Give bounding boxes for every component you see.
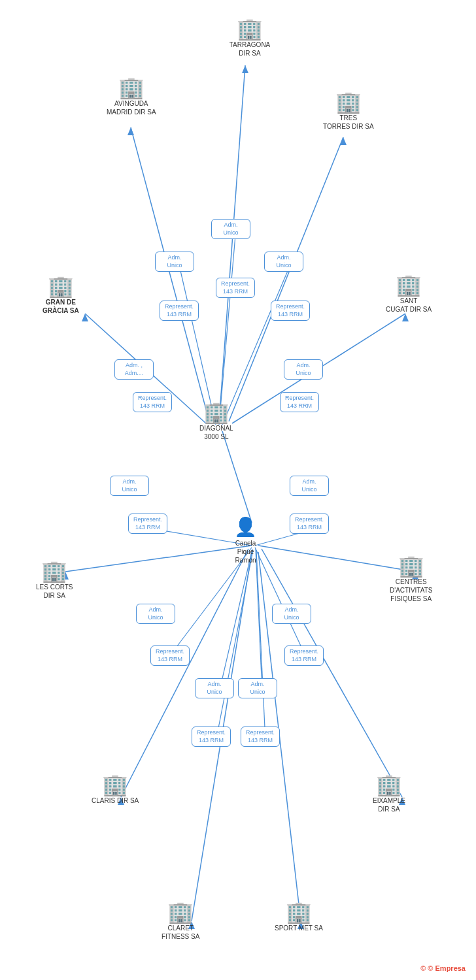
- building-icon-tres-torres: 🏢: [335, 91, 362, 112]
- node-eixample: 🏢 EIXAMPLEDIR SA: [373, 774, 405, 813]
- svg-line-31: [256, 549, 262, 693]
- building-icon-centres: 🏢: [398, 555, 424, 576]
- node-avinguda: 🏢 AVINGUDAMADRID DIR SA: [107, 77, 156, 116]
- label-gran-gracia: GRAN DEGRÀCIA SA: [42, 298, 79, 315]
- node-tarragona: 🏢 TARRAGONA DIR SA: [224, 18, 276, 57]
- building-icon-gran-gracia: 🏢: [48, 276, 74, 297]
- watermark-text: © Empresa: [428, 964, 466, 972]
- svg-line-0: [219, 65, 245, 421]
- rel-box-adm-unico-5: Adm.Unico: [110, 476, 149, 496]
- rel-box-adm-unico-10: Adm.Unico: [238, 678, 277, 698]
- node-claret-fitness: 🏢 CLARETFITNESS SA: [162, 902, 199, 941]
- node-sant-cugat: 🏢 SANTCUGAT DIR SA: [386, 274, 432, 314]
- rel-box-rep-rrm-7: Represent.143 RRM: [290, 514, 329, 534]
- label-claris: CLARIS DIR SA: [92, 796, 139, 805]
- node-diagonal: 🏢 DIAGONAL3000 SL: [199, 402, 233, 441]
- svg-marker-16: [128, 127, 134, 135]
- rel-box-rep-rrm-3: Represent.143 RRM: [271, 301, 310, 321]
- label-sport-met: SPORT MET SA: [275, 924, 323, 932]
- label-centres: CENTRESD'ACTIVITATSFISIQUES SA: [390, 578, 432, 603]
- rel-box-rep-rrm-9: Represent.143 RRM: [284, 645, 324, 666]
- rel-box-rep-rrm-2: Represent.143 RRM: [160, 301, 199, 321]
- graph-container: 🏢 TARRAGONA DIR SA 🏢 AVINGUDAMADRID DIR …: [0, 0, 476, 980]
- svg-line-5: [219, 235, 235, 425]
- rel-box-adm-unico-4: Adm.Unico: [284, 359, 323, 380]
- rel-box-adm-unico-1: Adm.Unico: [211, 219, 250, 239]
- node-centres: 🏢 CENTRESD'ACTIVITATSFISIQUES SA: [390, 555, 432, 603]
- label-les-corts: LES CORTSDIR SA: [36, 583, 73, 600]
- rel-box-rep-rrm-10: Represent.143 RRM: [192, 727, 231, 747]
- svg-line-8: [65, 546, 252, 572]
- svg-line-30: [219, 549, 252, 693]
- node-sport-met: 🏢 SPORT MET SA: [275, 902, 323, 932]
- node-gran-gracia: 🏢 GRAN DEGRÀCIA SA: [42, 276, 79, 315]
- building-icon-eixample: 🏢: [376, 774, 402, 795]
- building-icon-avinguda: 🏢: [118, 77, 144, 98]
- svg-marker-17: [340, 137, 347, 145]
- building-icon-claris: 🏢: [102, 774, 128, 795]
- label-tarragona: TARRAGONA DIR SA: [224, 41, 276, 57]
- rel-box-rep-rrm-6: Represent.143 RRM: [128, 514, 167, 534]
- label-canela: CanelaPiqueRamon: [235, 539, 256, 564]
- rel-box-rep-rrm-11: Represent.143 RRM: [241, 727, 280, 747]
- node-canela: 👤 CanelaPiqueRamon: [234, 516, 257, 564]
- watermark-symbol: ©: [420, 964, 426, 972]
- svg-line-32: [216, 550, 253, 742]
- building-icon-les-corts: 🏢: [41, 561, 67, 581]
- rel-box-adm-unico-2: Adm.Unico: [155, 252, 194, 272]
- rel-box-rep-rrm-5: Represent.143 RRM: [280, 392, 319, 412]
- label-sant-cugat: SANTCUGAT DIR SA: [386, 297, 432, 314]
- node-les-corts: 🏢 LES CORTSDIR SA: [36, 561, 73, 600]
- rel-box-adm-unico-3: Adm.Unico: [264, 252, 303, 272]
- rel-box-adm-unico-9: Adm.Unico: [195, 678, 234, 698]
- node-claris: 🏢 CLARIS DIR SA: [92, 774, 139, 805]
- svg-line-14: [222, 431, 252, 523]
- label-diagonal: DIAGONAL3000 SL: [199, 424, 233, 441]
- svg-marker-15: [242, 65, 248, 73]
- building-icon-sport-met: 🏢: [286, 902, 312, 923]
- svg-marker-18: [82, 314, 88, 321]
- rel-box-rep-rrm-1: Represent.143 RRM: [216, 278, 255, 298]
- connections-svg: [0, 0, 476, 980]
- watermark: © © Empresa: [420, 964, 466, 972]
- label-tres-torres: TRESTORRES DIR SA: [323, 114, 374, 131]
- building-icon-tarragona: 🏢: [237, 18, 263, 39]
- rel-box-adm-unico-6: Adm.Unico: [290, 476, 329, 496]
- rel-box-rep-rrm-4: Represent.143 RRM: [133, 392, 172, 412]
- rel-box-adm-unico-8: Adm.Unico: [272, 604, 311, 624]
- rel-box-adm-adm-1: Adm. ,Adm....: [114, 359, 154, 380]
- node-tres-torres: 🏢 TRESTORRES DIR SA: [323, 91, 374, 131]
- label-eixample: EIXAMPLEDIR SA: [373, 796, 405, 813]
- label-claret-fitness: CLARETFITNESS SA: [162, 924, 199, 941]
- rel-box-rep-rrm-8: Represent.143 RRM: [150, 645, 190, 666]
- label-avinguda: AVINGUDAMADRID DIR SA: [107, 99, 156, 116]
- building-icon-sant-cugat: 🏢: [396, 274, 422, 295]
- person-icon-canela: 👤: [234, 516, 257, 538]
- rel-box-adm-unico-7: Adm.Unico: [136, 604, 175, 624]
- building-icon-diagonal: 🏢: [203, 402, 230, 423]
- building-icon-claret-fitness: 🏢: [167, 902, 194, 923]
